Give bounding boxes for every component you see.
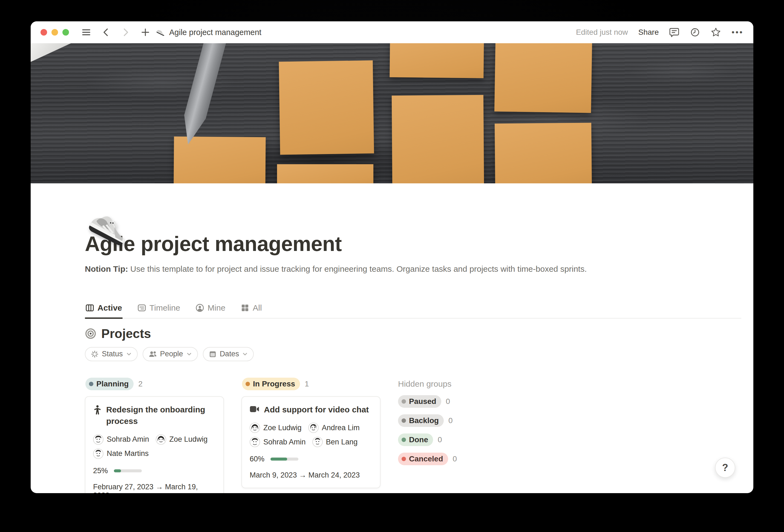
help-button[interactable]: ? — [715, 457, 735, 478]
page-body: Agile project management Notion Tip: Use… — [31, 231, 753, 493]
more-options-icon[interactable]: ••• — [731, 28, 744, 37]
status-dot — [401, 457, 406, 461]
avatar — [93, 434, 104, 445]
person: Sohrab Amin — [93, 434, 149, 445]
titlebar: Agile project management Edited just now… — [31, 21, 753, 43]
notion-tip-text: Use this template to for project and iss… — [128, 264, 587, 273]
section-title: Projects — [101, 326, 151, 341]
updates-clock-icon[interactable] — [690, 27, 700, 37]
edited-status: Edited just now — [576, 28, 628, 37]
group-pill-in-progress[interactable]: In Progress — [242, 377, 300, 390]
group-count: 0 — [446, 397, 450, 406]
sticky-note — [390, 43, 484, 78]
hidden-group-canceled: Canceled 0 — [398, 453, 513, 465]
tab-all[interactable]: All — [240, 301, 262, 318]
close-window-button[interactable] — [40, 29, 47, 35]
person: Nate Martins — [93, 449, 149, 459]
cover-paper-corner — [31, 43, 73, 62]
video-camera-icon — [250, 405, 259, 413]
target-icon — [85, 328, 96, 339]
hidden-group-backlog: Backlog 0 — [398, 414, 513, 427]
group-pill-paused[interactable]: Paused — [398, 395, 441, 408]
card-redesign-onboarding[interactable]: Redesign the onboarding process Sohrab A… — [85, 396, 224, 493]
group-pill-done[interactable]: Done — [398, 433, 433, 446]
card-dates: March 9, 2023 → March 24, 2023 — [250, 471, 372, 479]
comments-icon[interactable] — [669, 27, 679, 37]
hidden-group-paused: Paused 0 — [398, 395, 513, 408]
column-in-progress: In Progress 1 Add support for video chat — [242, 377, 381, 493]
group-count: 0 — [448, 416, 453, 425]
person-standing-icon — [93, 405, 102, 415]
window-title: Agile project management — [169, 28, 261, 37]
calendar-icon — [209, 350, 217, 358]
notion-tip: Notion Tip: Use this template to for pro… — [85, 263, 741, 275]
group-pill-planning[interactable]: Planning — [85, 377, 134, 390]
person: Zoe Ludwig — [156, 434, 208, 445]
status-dot — [401, 418, 406, 423]
filter-dates[interactable]: Dates — [203, 347, 254, 361]
people-icon — [149, 350, 157, 358]
card-people: Sohrab Amin Zoe Ludwig Nate Martins — [93, 434, 216, 459]
card-progress: 25% — [93, 467, 216, 475]
page-title: Agile project management — [85, 231, 741, 256]
notion-window: Agile project management Edited just now… — [31, 21, 753, 493]
avatar — [308, 423, 319, 433]
avatar — [250, 437, 260, 447]
marker-pen — [177, 43, 228, 147]
filter-people[interactable]: People — [143, 347, 198, 361]
forward-icon[interactable] — [120, 27, 131, 37]
group-pill-backlog[interactable]: Backlog — [398, 414, 444, 427]
kanban-board: Planning 2 Redesign the onboarding proce… — [85, 377, 741, 493]
avatar — [156, 434, 166, 445]
status-dot — [89, 382, 93, 386]
page-icon-sneaker[interactable] — [87, 209, 128, 252]
hidden-groups: Hidden groups Paused 0 Backlog 0 — [398, 377, 513, 465]
back-icon[interactable] — [101, 27, 111, 37]
column-planning: Planning 2 Redesign the onboarding proce… — [85, 377, 224, 493]
group-count: 0 — [453, 454, 457, 463]
share-button[interactable]: Share — [638, 28, 659, 37]
tab-mine[interactable]: Mine — [195, 301, 226, 318]
sticky-note — [494, 43, 592, 113]
progress-fill — [114, 469, 121, 472]
group-count: 1 — [305, 380, 309, 388]
status-spinner-icon — [91, 350, 99, 358]
card-dates: February 27, 2023 → March 19, 2023 — [93, 483, 216, 493]
minimize-window-button[interactable] — [52, 29, 58, 35]
filter-status[interactable]: Status — [85, 347, 138, 361]
tab-timeline[interactable]: Timeline — [137, 301, 181, 318]
progress-track — [114, 469, 142, 472]
notion-tip-label: Notion Tip: — [85, 264, 128, 273]
hidden-group-done: Done 0 — [398, 433, 513, 446]
desktop-background: Agile project management Edited just now… — [0, 0, 784, 532]
sidebar-menu-icon[interactable] — [81, 27, 91, 37]
card-video-chat[interactable]: Add support for video chat Zoe Ludwig An… — [242, 396, 381, 488]
card-title: Add support for video chat — [264, 404, 369, 416]
avatar — [93, 449, 104, 459]
new-tab-icon[interactable] — [140, 27, 150, 37]
hidden-groups-label: Hidden groups — [398, 377, 513, 389]
sticky-note — [392, 95, 484, 184]
progress-track — [271, 457, 298, 460]
person: Sohrab Amin — [250, 437, 306, 447]
person: Ben Lang — [312, 437, 358, 447]
group-count: 2 — [138, 380, 143, 388]
favorite-star-icon[interactable] — [711, 27, 721, 37]
person: Andrea Lim — [308, 423, 360, 433]
status-dot — [246, 382, 250, 386]
sticky-note — [277, 164, 373, 184]
status-dot — [401, 438, 406, 442]
sticky-note — [173, 137, 265, 184]
zoom-window-button[interactable] — [62, 29, 69, 35]
sticky-note — [279, 60, 374, 155]
person: Zoe Ludwig — [250, 423, 302, 433]
filter-bar: Status People Dates — [85, 347, 741, 361]
sticky-note — [495, 122, 592, 184]
tab-active[interactable]: Active — [85, 301, 123, 318]
page-emoji-sneaker-icon — [156, 28, 165, 37]
card-title: Redesign the onboarding process — [106, 404, 216, 427]
group-pill-canceled[interactable]: Canceled — [398, 453, 448, 465]
traffic-lights — [40, 29, 69, 35]
progress-fill — [271, 457, 287, 460]
cover-image — [31, 43, 753, 184]
